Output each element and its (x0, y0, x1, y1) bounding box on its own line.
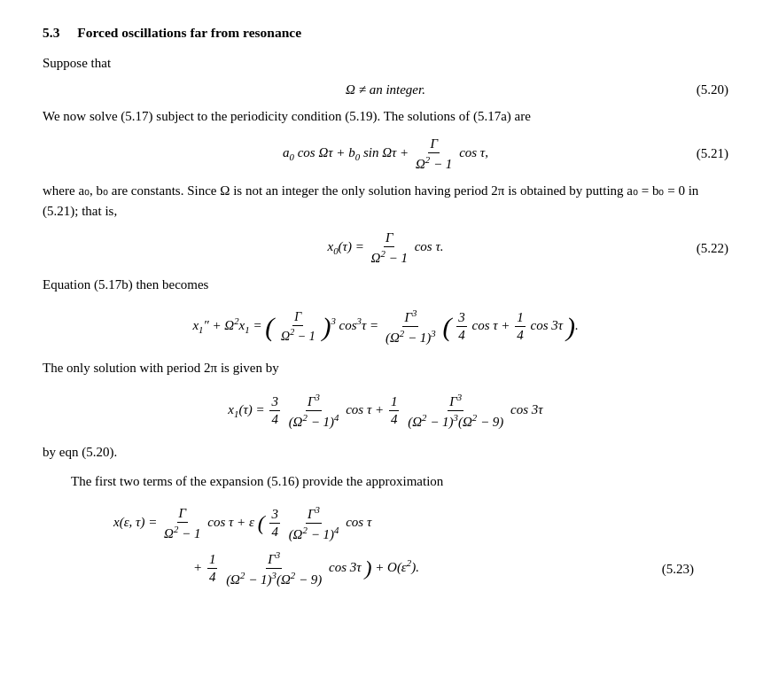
by-eqn-text: by eqn (5.20). (43, 442, 728, 463)
where-a0-text: where a₀, b₀ are constants. Since Ω is n… (43, 181, 728, 222)
equation-5-21: a0 cos Ωτ + b0 sin Ωτ + Γ Ω2 − 1 cos τ, … (43, 136, 728, 172)
equation-5-22: x0(τ) = Γ Ω2 − 1 cos τ. (5.22) (43, 230, 728, 266)
equation-5-20: Ω ≠ an integer. (5.20) (43, 82, 728, 97)
equation-5-23: x(ε, τ) = Γ Ω2 − 1 cos τ + ε ( 3 4 Γ3 (Ω… (43, 504, 728, 587)
we-now-text: We now solve (5.17) subject to the perio… (43, 106, 728, 127)
only-solution-text: The only solution with period 2π is give… (43, 358, 728, 378)
suppose-text: Suppose that (43, 53, 728, 74)
section-title: 5.3 Forced oscillations far from resonan… (43, 25, 728, 41)
equation-x1-double-prime: x1″ + Ω2x1 = ( Γ Ω2 − 1 )3 cos3τ = Γ3 (Ω… (43, 307, 728, 346)
equation-x1-tau: x1(τ) = 3 4 Γ3 (Ω2 − 1)4 cos τ + 1 4 Γ3 … (43, 392, 728, 430)
eq-5-17b-text: Equation (5.17b) then becomes (43, 275, 728, 295)
first-two-text: The first two terms of the expansion (5.… (71, 471, 728, 492)
